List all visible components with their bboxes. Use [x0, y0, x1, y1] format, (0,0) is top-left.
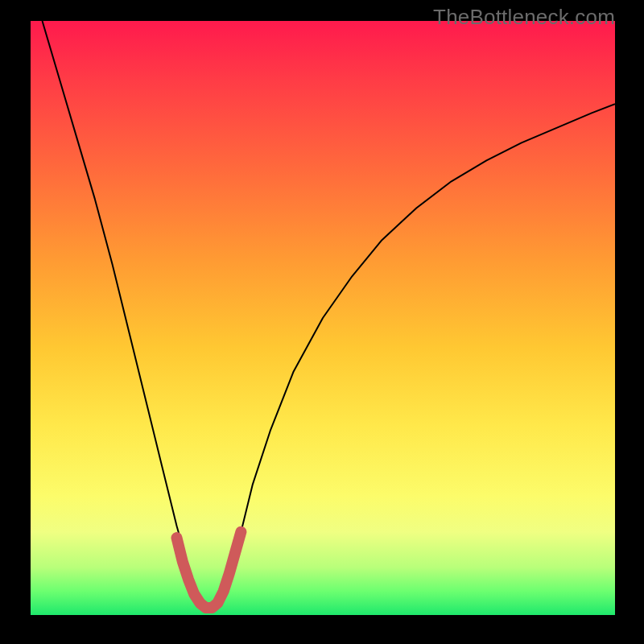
valley-highlight: [177, 532, 242, 608]
chart-frame: TheBottleneck.com: [0, 0, 644, 644]
curve-layer: [31, 21, 615, 615]
curve-line: [43, 21, 616, 609]
